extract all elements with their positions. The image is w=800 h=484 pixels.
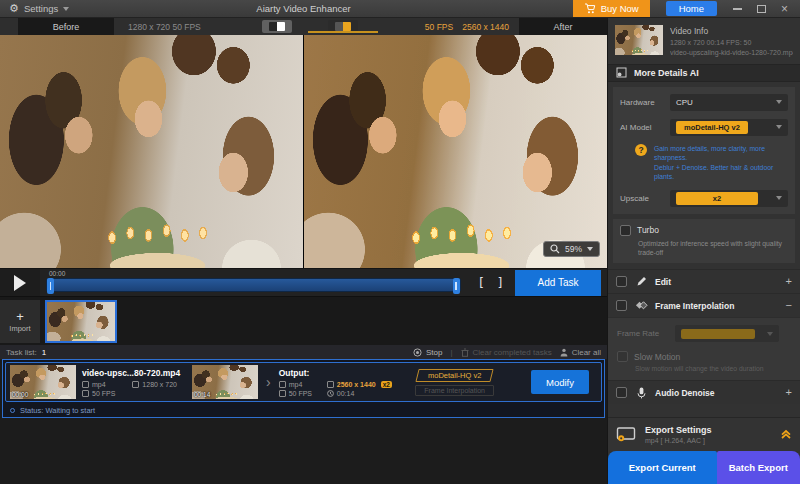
settings-menu[interactable]: ⚙ Settings xyxy=(0,3,78,14)
before-info-text: 1280 x 720 50 FPS xyxy=(114,18,201,35)
after-res: 2560 x 1440 xyxy=(462,22,509,32)
frame-interpolation-row[interactable]: Frame Interpolation − xyxy=(608,293,800,317)
gear-icon: ⚙ xyxy=(9,3,19,14)
collapse-minus-icon[interactable]: − xyxy=(786,300,792,311)
format-icon xyxy=(279,381,286,388)
split-view-toggle-icon[interactable] xyxy=(262,20,292,33)
clear-completed-label: Clear completed tasks xyxy=(473,348,552,357)
clear-completed-button[interactable]: Clear completed tasks xyxy=(461,348,552,357)
tab-before[interactable]: Before xyxy=(18,18,114,35)
settings-label: Settings xyxy=(24,3,58,14)
turbo-description: Optimized for inference speed with sligh… xyxy=(638,239,788,257)
expand-plus-icon[interactable]: + xyxy=(786,276,792,287)
tab-after[interactable]: After xyxy=(519,18,607,35)
media-bin: + Import xyxy=(0,296,607,345)
resolution-icon xyxy=(132,381,139,388)
after-fps: 50 FPS xyxy=(425,22,453,32)
ai-model-select[interactable]: moDetail-HQ v2 xyxy=(670,119,788,136)
ai-model-desc-line1: Gain more details, more clarity, more sh… xyxy=(654,144,788,163)
chevron-down-icon xyxy=(776,125,782,129)
home-button[interactable]: Home xyxy=(666,1,717,16)
clock-icon xyxy=(327,390,334,397)
slow-motion-description: Slow motion will change the video durati… xyxy=(635,365,791,372)
import-button[interactable]: + Import xyxy=(0,300,40,343)
hardware-select[interactable]: CPU xyxy=(670,94,788,111)
task-row[interactable]: 00:00 video-upsc...80-720.mp4 mp4 1280 x… xyxy=(5,362,602,402)
audio-denoise-row[interactable]: Audio Denoise + xyxy=(608,380,800,404)
export-settings-row[interactable]: Export Settings mp4 [ H.264, AAC ] xyxy=(608,417,800,451)
video-preview: 59% xyxy=(0,35,607,268)
viewer-column: Before 1280 x 720 50 FPS 50 FPS 2560 x 1… xyxy=(0,18,607,484)
frame-interpolation-subpanel: Frame Rate Slow Motion Slow motion will … xyxy=(608,317,800,380)
stop-button[interactable]: Stop xyxy=(413,348,442,357)
before-panel[interactable] xyxy=(0,35,303,268)
frame-interpolation-checkbox[interactable] xyxy=(616,300,627,311)
section-title: More Details AI xyxy=(634,68,699,78)
frame-interpolation-label: Frame Interpolation xyxy=(655,301,734,311)
ai-model-value: moDetail-HQ v2 xyxy=(676,121,748,134)
clip-out-time: 00:14 xyxy=(194,391,210,398)
ai-model-description: Gain more details, more clarity, more sh… xyxy=(654,144,788,182)
minimize-icon[interactable] xyxy=(733,8,742,10)
maximize-icon[interactable] xyxy=(757,5,766,13)
trim-out-button[interactable]: ] xyxy=(497,276,504,290)
scale-badge: x2 xyxy=(381,381,392,388)
task-list-box: 00:00 video-upsc...80-720.mp4 mp4 1280 x… xyxy=(2,359,605,418)
chevron-down-icon xyxy=(63,7,69,11)
ai-model-label: AI Model xyxy=(620,123,664,132)
task-file-info: video-upsc...80-720.mp4 mp4 1280 x 720 5… xyxy=(82,368,186,397)
buy-now-label: Buy Now xyxy=(601,3,639,14)
expand-plus-icon[interactable]: + xyxy=(786,387,792,398)
export-current-button[interactable]: Export Current xyxy=(608,451,717,484)
close-icon[interactable]: × xyxy=(781,3,788,15)
main-area: Before 1280 x 720 50 FPS 50 FPS 2560 x 1… xyxy=(0,18,800,484)
double-chevron-up-icon[interactable] xyxy=(780,428,792,442)
play-button[interactable] xyxy=(0,269,40,296)
after-info-text: 50 FPS 2560 x 1440 xyxy=(425,18,519,35)
edit-checkbox[interactable] xyxy=(616,276,627,287)
clear-all-button[interactable]: Clear all xyxy=(560,348,601,357)
add-task-button[interactable]: Add Task xyxy=(515,270,601,296)
turbo-desc-line2: trade-off xyxy=(638,248,788,257)
upscale-select[interactable]: x2 xyxy=(670,190,788,207)
modify-button[interactable]: Modify xyxy=(531,370,589,394)
task-badges: moDetail-HQ v2 Frame Interpolation xyxy=(405,369,505,396)
video-info-block: Video Info 1280 x 720 00:14 FPS: 50 vide… xyxy=(608,18,800,64)
edit-row[interactable]: Edit + xyxy=(608,269,800,293)
trim-end-handle[interactable] xyxy=(453,278,460,294)
sidebar-spacer xyxy=(608,404,800,417)
ai-model-help: ? Gain more details, more clarity, more … xyxy=(620,144,788,182)
batch-export-button[interactable]: Batch Export xyxy=(717,451,800,484)
video-info-thumbnail xyxy=(615,25,663,55)
buy-now-button[interactable]: Buy Now xyxy=(573,0,650,17)
clip-thumbnail-image xyxy=(47,302,115,341)
timeline-track[interactable] xyxy=(46,278,461,292)
edit-label: Edit xyxy=(655,277,671,287)
timeline-timecode: 00:00 xyxy=(49,270,65,277)
window-controls: × xyxy=(733,3,800,15)
chevron-right-icon: › xyxy=(264,375,273,389)
active-toggle-underline xyxy=(308,31,378,33)
turbo-checkbox[interactable] xyxy=(620,225,631,236)
fps-icon xyxy=(279,390,286,397)
help-icon[interactable]: ? xyxy=(635,144,647,156)
playback-bar: 00:00 [ ] Add Task xyxy=(0,268,607,296)
compare-view-toggle-icon[interactable] xyxy=(328,20,358,33)
video-info-text: Video Info 1280 x 720 00:14 FPS: 50 vide… xyxy=(670,25,793,59)
pencil-icon xyxy=(634,276,648,287)
audio-denoise-checkbox[interactable] xyxy=(616,387,627,398)
trim-in-button[interactable]: [ xyxy=(478,276,485,290)
imported-clip-thumbnail[interactable] xyxy=(45,300,117,343)
trim-bracket-buttons: [ ] xyxy=(467,276,515,290)
zoom-control[interactable]: 59% xyxy=(543,241,600,257)
trim-start-handle[interactable] xyxy=(47,278,54,294)
ai-settings-panel: Hardware CPU AI Model moDetail-HQ v2 ? xyxy=(613,87,795,214)
plus-icon: + xyxy=(16,310,24,323)
after-panel[interactable] xyxy=(303,35,607,268)
export-buttons: Export Current Batch Export xyxy=(608,451,800,484)
status-dot-icon xyxy=(10,408,15,413)
output-duration: 00:14 xyxy=(337,390,355,397)
task-status-text: Status: Waiting to start xyxy=(20,406,95,415)
more-details-ai-header[interactable]: More Details AI xyxy=(608,64,800,82)
after-frame-image xyxy=(304,35,607,268)
